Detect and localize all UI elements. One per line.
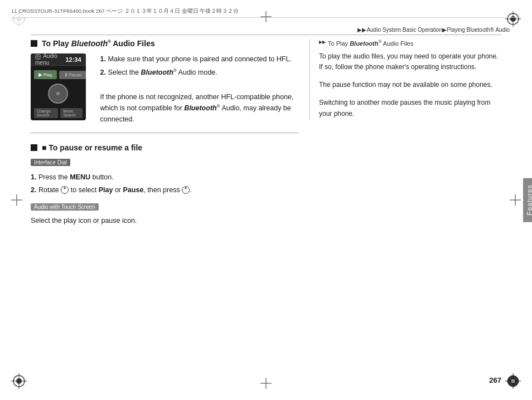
right-column: To Play Bluetooth® Audio Files To play t…	[309, 39, 501, 126]
interface-step-2: 2. Rotate to select Play or Pause, then …	[31, 184, 298, 196]
right-para-2: The pause function may not be available …	[319, 80, 501, 91]
reg-mark-bl	[11, 373, 27, 389]
press-icon-inline	[182, 186, 190, 194]
right-note-heading-text: To Play Bluetooth® Audio Files	[328, 39, 413, 47]
screen-mock: Audio menu 12:34 ▶ Play ⏸ Pause	[31, 53, 86, 120]
cross-mark-bottom	[260, 378, 272, 389]
right-note-body: To play the audio files, you may need to…	[319, 51, 501, 120]
main-content: To Play Bluetooth® Audio Files Audio men…	[31, 39, 501, 369]
heading-bullet	[31, 40, 37, 47]
step-2: 2. Select the Bluetooth® Audio mode.	[100, 67, 298, 78]
pause-button: ⏸ Pause	[59, 71, 86, 79]
sub-heading-text: ■ To pause or resume a file	[42, 143, 142, 152]
screen-header: Audio menu 12:34	[31, 53, 86, 66]
header-divider	[31, 35, 501, 35]
audio-badge: Audio with Touch Screen	[31, 203, 99, 211]
top-bar: 11 CROSSTOUR-31TP66400.book 267 ページ ２０１３…	[11, 8, 521, 18]
features-tab: Features	[523, 178, 532, 222]
steps-container: 1. Make sure that your phone is paired a…	[100, 53, 298, 125]
interface-badge: Interface Dial	[31, 159, 70, 166]
main-section-heading: To Play Bluetooth® Audio Files	[31, 39, 298, 48]
dial-icon-inline	[61, 186, 69, 194]
main-heading-text: To Play Bluetooth® Audio Files	[42, 39, 155, 48]
screen-time: 12:34	[65, 56, 81, 63]
body-text: If the phone is not recognized, another …	[100, 91, 298, 125]
screen-and-steps: Audio menu 12:34 ▶ Play ⏸ Pause	[31, 53, 298, 125]
page-number: 267	[489, 376, 501, 384]
left-column: To Play Bluetooth® Audio Files Audio men…	[31, 39, 298, 228]
music-search-btn: Music Search	[60, 108, 82, 118]
right-note-heading: To Play Bluetooth® Audio Files	[319, 39, 501, 47]
interface-step-1: 1. Press the MENU button.	[31, 172, 298, 183]
sub-heading-bullet	[31, 144, 37, 151]
right-para-3: Switching to another mode pauses the mus…	[319, 97, 501, 120]
play-button: ▶ Play	[34, 70, 57, 79]
screen-label: Audio menu	[35, 53, 65, 66]
breadcrumb-text: ▶▶Audio System Basic Operation▶Playing B…	[357, 27, 510, 33]
cross-mark-left	[11, 194, 22, 206]
file-info: 11 CROSSTOUR-31TP66400.book 267 ページ ２０１３…	[11, 8, 239, 15]
breadcrumb: ▶▶Audio System Basic Operation▶Playing B…	[357, 27, 510, 33]
right-para-1: To play the audio files, you may need to…	[319, 51, 501, 74]
reg-mark-br	[505, 373, 521, 389]
sub-section-pause: ■ To pause or resume a file Interface Di…	[31, 143, 298, 227]
step-2-number: 2.	[100, 69, 106, 76]
section-divider	[31, 133, 298, 133]
step-1: 1. Make sure that your phone is paired a…	[100, 53, 298, 65]
step-1-number: 1.	[100, 55, 106, 63]
screen-body: ▶ Play ⏸ Pause Change Source Music Sea	[31, 66, 86, 120]
cross-mark-right	[510, 194, 521, 206]
right-col-inner: To Play Bluetooth® Audio Files To play t…	[309, 39, 501, 120]
change-source-btn: Change Source	[34, 108, 58, 118]
sub-heading: ■ To pause or resume a file	[31, 143, 298, 152]
audio-touch-text: Select the play icon or pause icon.	[31, 215, 298, 227]
dial-control	[48, 84, 68, 104]
step-1-text: Make sure that your phone is paired and …	[108, 55, 292, 63]
